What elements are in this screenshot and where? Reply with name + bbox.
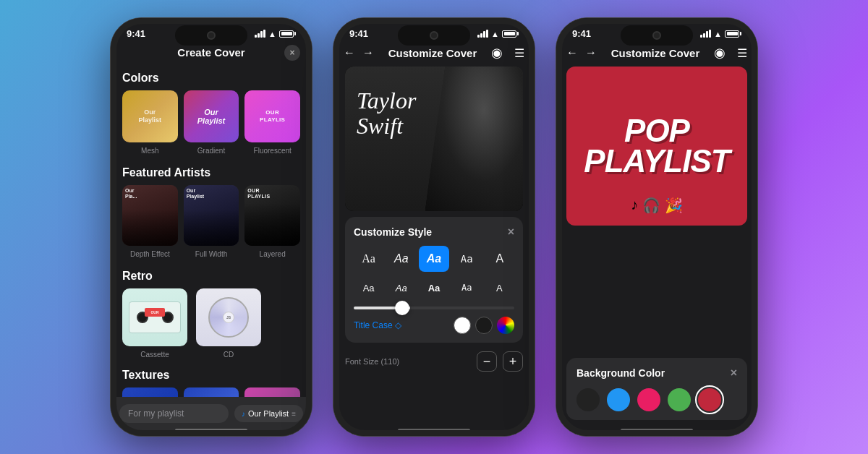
color-dot-options: [454, 317, 514, 334]
cd-center: JS: [223, 312, 234, 323]
color-card-mesh[interactable]: OurPlaylist: [122, 90, 178, 142]
eye-icon-2[interactable]: ◉: [491, 45, 503, 61]
font-option-9[interactable]: A: [485, 275, 514, 301]
status-time-3: 9:41: [572, 28, 591, 39]
customize-title-2: Customize Cover: [388, 47, 477, 59]
status-icons-2: ▲: [477, 30, 519, 38]
retro-grid: OUR JS: [111, 288, 312, 349]
gradient-label: Gradient: [184, 147, 239, 155]
color-grid: OurPlaylist OurPlaylist OURPLAYLIS: [111, 90, 312, 145]
bottom-padding-3: [556, 420, 757, 436]
phone-2: 9:41 ▲ ← → Customize Cov: [333, 17, 535, 437]
forward-icon-3[interactable]: →: [585, 46, 597, 59]
font-option-0[interactable]: Aa: [354, 246, 383, 272]
color-card-fluor[interactable]: OURPLAYLIS: [244, 90, 300, 142]
wifi-icon-3: ▲: [714, 30, 722, 38]
artist-card-layered[interactable]: OURPLAYLIS: [244, 185, 300, 246]
our-playlist-tag[interactable]: ♪ Our Playlist ≡: [234, 405, 303, 422]
cassette-label: OUR: [145, 308, 165, 317]
font-size-slider[interactable]: [354, 307, 514, 309]
font-size-label: Font Size (110): [345, 357, 399, 366]
color-card-gradient[interactable]: OurPlaylist: [184, 90, 239, 142]
slider-thumb[interactable]: [395, 301, 409, 315]
playlist-tag-label: Our Playlist: [248, 409, 289, 418]
panel-title-2: Customize Style: [354, 226, 432, 238]
artist-grid: OurPla... OurPlaylist OURPLAYLIS: [111, 185, 312, 249]
font-size-plus[interactable]: +: [503, 351, 523, 372]
color-picker-btn[interactable]: [497, 317, 514, 334]
font-option-5[interactable]: Aa: [354, 275, 383, 301]
customize-style-panel: Customize Style × Aa Aa Aa Aa A Aa Aa Aa…: [345, 217, 523, 343]
font-option-7[interactable]: Aa: [419, 275, 448, 301]
menu-icon-3[interactable]: ☰: [737, 46, 747, 60]
home-indicator-1: [175, 429, 247, 432]
menu-icon: ≡: [292, 410, 296, 418]
cassette-card[interactable]: OUR: [122, 288, 187, 346]
gradient-text: OurPlaylist: [197, 108, 226, 125]
phone-3: 9:41 ▲ ← → Customize Cov: [556, 17, 758, 437]
pop-text-container: POP PLAYLIST: [584, 116, 729, 176]
phone-2-content: 9:41 ▲ ← → Customize Cov: [333, 18, 535, 436]
playlist-name-input[interactable]: For my playlist: [119, 404, 229, 423]
textures-section-title: Textures: [111, 363, 312, 387]
font-option-4[interactable]: A: [485, 246, 514, 272]
bg-color-pink[interactable]: [637, 388, 660, 411]
font-option-8[interactable]: Aa: [452, 275, 482, 301]
wifi-icon-2: ▲: [491, 30, 499, 38]
colors-section-title: Colors: [111, 66, 312, 90]
fluor-text: OURPLAYLIS: [257, 106, 288, 126]
font-option-6[interactable]: Aa: [386, 275, 416, 301]
bg-panel-header: Background Color ×: [576, 367, 737, 380]
forward-icon-2[interactable]: →: [362, 46, 374, 59]
title-case-btn[interactable]: Title Case ◇: [354, 320, 401, 330]
fullwidth-label: Full Width: [184, 250, 239, 258]
font-size-minus[interactable]: −: [477, 351, 497, 372]
phone-3-notch: [621, 25, 693, 46]
retro-section-title: Retro: [111, 264, 312, 288]
bg-panel-close-icon[interactable]: ×: [731, 367, 737, 380]
panel-footer-2: Title Case ◇: [354, 317, 514, 334]
font-option-1[interactable]: Aa: [386, 246, 416, 272]
status-icons-3: ▲: [700, 30, 741, 38]
home-indicator-3: [621, 429, 693, 432]
phone-1: 9:41 ▲ Create Cover × Colors: [110, 17, 312, 437]
artist-portrait: [425, 67, 523, 211]
menu-icon-2[interactable]: ☰: [514, 46, 524, 60]
artists-section-title: Featured Artists: [111, 160, 312, 185]
party-decoration: 🎉: [665, 197, 683, 214]
back-icon-2[interactable]: ←: [344, 46, 355, 59]
customize-header-3: ← → Customize Cover ◉ ☰: [556, 42, 757, 67]
bg-panel-title: Background Color: [576, 367, 665, 379]
pop-album-preview[interactable]: POP PLAYLIST ♪ 🎧 🎉: [566, 67, 747, 226]
battery-icon-3: [725, 30, 741, 38]
bg-color-black[interactable]: [576, 388, 600, 411]
artist-card-fullwidth[interactable]: OurPlaylist: [184, 185, 239, 246]
bg-color-blue[interactable]: [607, 388, 630, 411]
cassette-type-label: Cassette: [122, 351, 187, 359]
layered-label: Layered: [244, 250, 300, 258]
bg-color-red-selected[interactable]: [698, 388, 721, 411]
header-icons-2: ◉ ☰: [491, 45, 524, 61]
artist-card-depth[interactable]: OurPla...: [122, 185, 178, 246]
customize-title-3: Customize Cover: [611, 47, 700, 59]
cd-card[interactable]: JS: [196, 288, 261, 346]
color-dot-black[interactable]: [475, 317, 493, 334]
fluor-label: Fluorescent: [244, 147, 300, 155]
album-preview-2[interactable]: TaylorSwift: [345, 67, 523, 211]
panel-close-icon[interactable]: ×: [508, 226, 514, 239]
back-icon-3[interactable]: ←: [566, 46, 578, 59]
bg-color-green[interactable]: [668, 388, 691, 411]
font-option-3[interactable]: Aa: [452, 246, 482, 272]
font-option-2[interactable]: Aa: [419, 246, 448, 272]
phone-3-content: 9:41 ▲ ← → Customize Cov: [556, 18, 757, 436]
phone-1-content: 9:41 ▲ Create Cover × Colors: [111, 18, 312, 436]
eye-icon-3[interactable]: ◉: [714, 45, 726, 61]
battery-icon-2: [502, 30, 519, 38]
artist-name-text: TaylorSwift: [357, 88, 416, 139]
status-time-1: 9:41: [127, 28, 145, 39]
close-button[interactable]: ×: [284, 45, 300, 61]
color-dot-white[interactable]: [454, 317, 471, 334]
front-camera-3: [652, 31, 661, 40]
signal-icon-3: [700, 30, 711, 38]
headphone-decoration: 🎧: [642, 197, 660, 214]
